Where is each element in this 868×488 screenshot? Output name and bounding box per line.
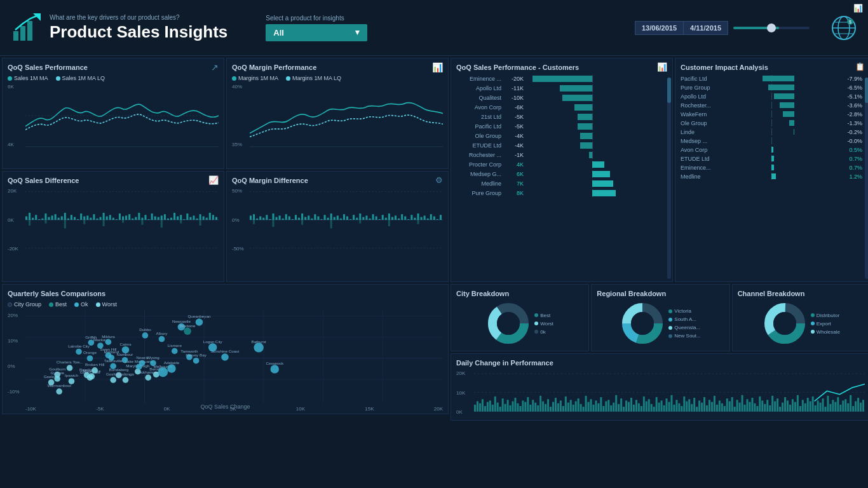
channel-breakdown-title: Channel Breakdown	[738, 290, 865, 297]
svg-rect-350	[678, 403, 680, 412]
impact-row: Apollo Ltd-5.1%	[681, 93, 865, 100]
date-end[interactable]: 4/11/2015	[683, 21, 728, 35]
svg-rect-153	[330, 220, 332, 228]
qoq-margin-diff-panel: QoQ Margin Difference ⚙ 50% 0% -50%	[226, 171, 449, 282]
svg-text:Logan City: Logan City	[203, 339, 223, 344]
impact-row: Linde-0.2%	[681, 128, 865, 135]
svg-rect-49	[128, 214, 130, 220]
qoq-margin-panel: QoQ Margin Performance 📊 Margins 1M MA M…	[226, 58, 449, 169]
regional-donut-labels: Victoria South A... Queensla... New Sout…	[668, 308, 700, 339]
customer-impact-title: Customer Impact Analysis	[681, 64, 865, 71]
svg-rect-133	[388, 214, 390, 220]
customer-row: Pure Group8K	[456, 189, 658, 197]
svg-rect-33	[77, 219, 79, 220]
svg-rect-362	[709, 400, 710, 411]
svg-rect-368	[724, 406, 726, 412]
header: What are the key drivers of our product …	[0, 0, 868, 56]
channel-donut-labels: Distributor Export Wholesale	[811, 313, 840, 335]
svg-point-225	[105, 339, 112, 345]
svg-text:Charters Tow...: Charters Tow...	[57, 360, 83, 364]
svg-rect-403	[812, 396, 814, 412]
svg-rect-318	[597, 403, 599, 412]
svg-rect-104	[295, 215, 297, 220]
svg-rect-55	[148, 219, 150, 220]
svg-text:Lismore: Lismore	[168, 343, 182, 348]
svg-rect-99	[279, 215, 281, 220]
channel-breakdown-chart: Distributor Export Wholesale	[738, 301, 865, 346]
svg-rect-304	[562, 406, 564, 412]
customer-row: Procter Corp4K	[456, 161, 658, 168]
impact-row: Pure Group-6.5%	[681, 84, 865, 91]
customer-row: Medsep G...6K	[456, 170, 658, 178]
channel-donut-svg	[763, 301, 807, 346]
svg-rect-382	[759, 396, 761, 412]
impact-scrollbar-thumb[interactable]	[865, 78, 868, 103]
svg-rect-140	[410, 215, 412, 220]
svg-rect-274	[487, 402, 489, 412]
svg-rect-322	[607, 400, 609, 411]
svg-rect-130	[379, 219, 381, 220]
product-dropdown[interactable]: All Product A Product B	[266, 24, 367, 41]
header-title: Product Sales Insights	[50, 22, 227, 42]
svg-rect-42	[106, 216, 108, 220]
svg-rect-290	[527, 397, 529, 412]
svg-rect-422	[860, 403, 862, 412]
svg-rect-112	[320, 219, 322, 220]
svg-rect-397	[797, 395, 799, 412]
customers-scrollbar[interactable]	[667, 78, 671, 279]
svg-rect-148	[437, 219, 438, 220]
globe-icon[interactable]: $	[830, 14, 858, 42]
svg-point-241	[159, 336, 165, 342]
city-donut-svg	[486, 301, 531, 346]
svg-rect-44	[112, 218, 114, 220]
qoq-sales-title: QoQ Sales Performance	[8, 64, 219, 71]
product-dropdown-wrapper[interactable]: All Product A Product B ▼	[266, 24, 367, 41]
svg-rect-393	[787, 400, 789, 411]
svg-rect-119	[343, 214, 345, 220]
svg-rect-374	[739, 403, 741, 412]
svg-rect-407	[822, 398, 824, 411]
svg-rect-309	[575, 401, 577, 411]
impact-row: Avon Corp0.5%	[681, 146, 865, 153]
svg-rect-310	[578, 398, 580, 411]
svg-rect-307	[570, 400, 572, 411]
svg-rect-312	[583, 407, 585, 412]
date-slider[interactable]	[733, 27, 810, 29]
city-breakdown-chart: Best Worst 0k	[456, 301, 583, 346]
svg-rect-358	[698, 400, 700, 411]
svg-rect-419	[852, 406, 854, 412]
svg-rect-20	[35, 215, 37, 220]
svg-rect-25	[51, 215, 53, 220]
diff-icon: 📈	[208, 175, 219, 185]
svg-rect-37	[90, 218, 92, 220]
scatter-panel: Quarterly Sales Comparisons City Group B…	[2, 284, 449, 414]
svg-rect-144	[424, 215, 426, 220]
customers-scrollbar-thumb[interactable]	[667, 78, 671, 103]
customer-impact-panel: Customer Impact Analysis 📋 Pacific Ltd-7…	[675, 58, 868, 282]
svg-rect-396	[794, 402, 796, 412]
customers-chart-icon: 📊	[657, 62, 667, 72]
svg-rect-275	[489, 400, 491, 411]
svg-rect-113	[324, 215, 326, 220]
svg-text:Albury: Albury	[156, 331, 168, 336]
svg-rect-125	[362, 217, 364, 220]
svg-rect-335	[641, 406, 642, 412]
date-start[interactable]: 13/06/2015	[635, 21, 683, 35]
svg-rect-29	[64, 213, 66, 220]
svg-rect-399	[802, 400, 804, 411]
svg-rect-359	[701, 403, 703, 412]
svg-rect-297	[545, 404, 546, 412]
svg-rect-35	[83, 216, 85, 220]
svg-rect-280	[502, 398, 504, 411]
slider-thumb[interactable]	[767, 24, 776, 32]
margin-diff-icon: ⚙	[435, 175, 443, 185]
impact-scrollbar[interactable]	[865, 78, 868, 279]
svg-rect-421	[857, 398, 859, 412]
svg-rect-344	[663, 405, 665, 412]
svg-rect-313	[585, 396, 587, 412]
svg-rect-300	[552, 402, 554, 412]
svg-point-213	[158, 367, 168, 377]
svg-rect-73	[206, 218, 208, 220]
svg-rect-370	[729, 401, 731, 411]
svg-rect-298	[547, 399, 549, 411]
